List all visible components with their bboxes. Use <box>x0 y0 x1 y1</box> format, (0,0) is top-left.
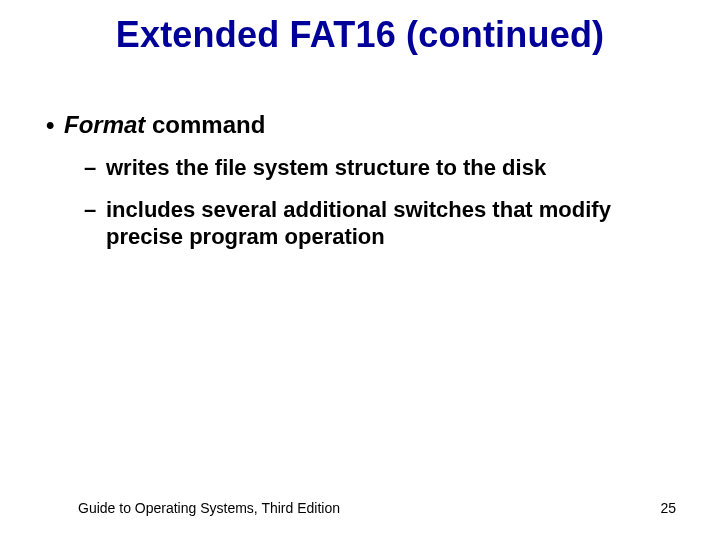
bullet-level-2: – includes several additional switches t… <box>84 196 680 251</box>
bullet-dot-icon: • <box>46 110 64 140</box>
slide: Extended FAT16 (continued) •Format comma… <box>0 0 720 540</box>
sub-bullet-2-text: includes several additional switches tha… <box>106 196 666 251</box>
bullet-1-italic: Format <box>64 111 145 138</box>
slide-title: Extended FAT16 (continued) <box>0 14 720 56</box>
footer-source: Guide to Operating Systems, Third Editio… <box>78 500 340 516</box>
dash-icon: – <box>84 154 106 182</box>
page-number: 25 <box>660 500 676 516</box>
slide-body: •Format command – writes the file system… <box>46 110 680 265</box>
bullet-1-rest: command <box>145 111 265 138</box>
dash-icon: – <box>84 196 106 251</box>
bullet-level-1: •Format command <box>46 110 680 140</box>
bullet-level-2: – writes the file system structure to th… <box>84 154 680 182</box>
sub-bullet-1-text: writes the file system structure to the … <box>106 154 546 182</box>
